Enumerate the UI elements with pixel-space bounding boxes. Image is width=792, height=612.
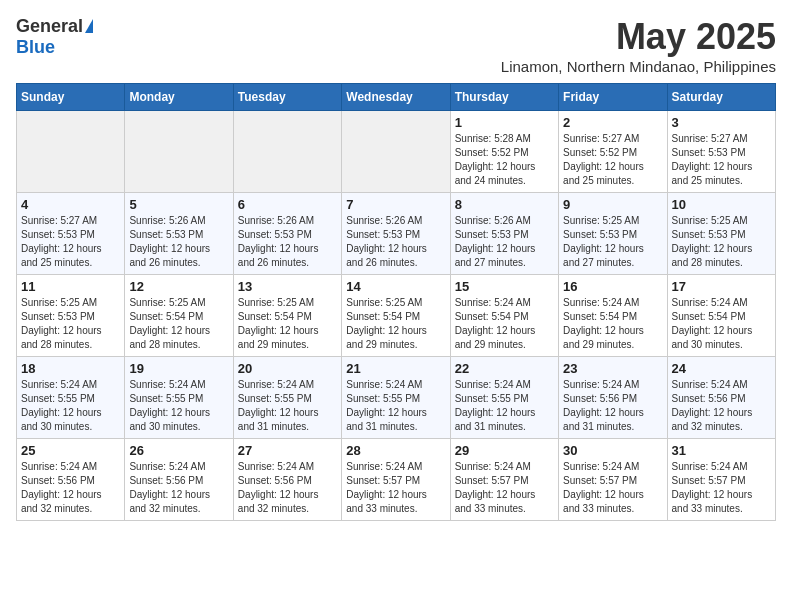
day-info: Sunrise: 5:24 AMSunset: 5:56 PMDaylight:… (672, 378, 771, 434)
day-number: 19 (129, 361, 228, 376)
day-info: Sunrise: 5:27 AMSunset: 5:53 PMDaylight:… (672, 132, 771, 188)
day-info: Sunrise: 5:25 AMSunset: 5:53 PMDaylight:… (21, 296, 120, 352)
calendar-day-cell: 2Sunrise: 5:27 AMSunset: 5:52 PMDaylight… (559, 111, 667, 193)
day-number: 25 (21, 443, 120, 458)
day-info: Sunrise: 5:24 AMSunset: 5:54 PMDaylight:… (563, 296, 662, 352)
day-number: 30 (563, 443, 662, 458)
calendar-day-cell: 27Sunrise: 5:24 AMSunset: 5:56 PMDayligh… (233, 439, 341, 521)
day-number: 21 (346, 361, 445, 376)
calendar-day-cell: 5Sunrise: 5:26 AMSunset: 5:53 PMDaylight… (125, 193, 233, 275)
page-header: General Blue May 2025 Linamon, Northern … (16, 16, 776, 75)
calendar-day-cell: 4Sunrise: 5:27 AMSunset: 5:53 PMDaylight… (17, 193, 125, 275)
calendar-day-cell: 12Sunrise: 5:25 AMSunset: 5:54 PMDayligh… (125, 275, 233, 357)
calendar-day-cell: 18Sunrise: 5:24 AMSunset: 5:55 PMDayligh… (17, 357, 125, 439)
day-info: Sunrise: 5:25 AMSunset: 5:54 PMDaylight:… (346, 296, 445, 352)
calendar-day-cell: 10Sunrise: 5:25 AMSunset: 5:53 PMDayligh… (667, 193, 775, 275)
day-number: 6 (238, 197, 337, 212)
day-number: 4 (21, 197, 120, 212)
calendar-day-cell: 24Sunrise: 5:24 AMSunset: 5:56 PMDayligh… (667, 357, 775, 439)
day-info: Sunrise: 5:24 AMSunset: 5:54 PMDaylight:… (672, 296, 771, 352)
logo: General Blue (16, 16, 93, 58)
day-info: Sunrise: 5:26 AMSunset: 5:53 PMDaylight:… (129, 214, 228, 270)
calendar-day-cell: 1Sunrise: 5:28 AMSunset: 5:52 PMDaylight… (450, 111, 558, 193)
calendar-day-cell: 31Sunrise: 5:24 AMSunset: 5:57 PMDayligh… (667, 439, 775, 521)
day-info: Sunrise: 5:25 AMSunset: 5:53 PMDaylight:… (563, 214, 662, 270)
day-info: Sunrise: 5:24 AMSunset: 5:57 PMDaylight:… (455, 460, 554, 516)
day-number: 11 (21, 279, 120, 294)
day-number: 20 (238, 361, 337, 376)
day-number: 28 (346, 443, 445, 458)
calendar-day-cell: 3Sunrise: 5:27 AMSunset: 5:53 PMDaylight… (667, 111, 775, 193)
calendar-day-header: Sunday (17, 84, 125, 111)
day-info: Sunrise: 5:24 AMSunset: 5:56 PMDaylight:… (129, 460, 228, 516)
calendar-day-header: Saturday (667, 84, 775, 111)
day-number: 17 (672, 279, 771, 294)
day-number: 15 (455, 279, 554, 294)
day-info: Sunrise: 5:26 AMSunset: 5:53 PMDaylight:… (238, 214, 337, 270)
calendar-day-cell (17, 111, 125, 193)
calendar-day-cell (342, 111, 450, 193)
day-info: Sunrise: 5:24 AMSunset: 5:57 PMDaylight:… (672, 460, 771, 516)
day-number: 3 (672, 115, 771, 130)
calendar-day-cell: 26Sunrise: 5:24 AMSunset: 5:56 PMDayligh… (125, 439, 233, 521)
calendar-day-cell: 21Sunrise: 5:24 AMSunset: 5:55 PMDayligh… (342, 357, 450, 439)
calendar-day-cell: 29Sunrise: 5:24 AMSunset: 5:57 PMDayligh… (450, 439, 558, 521)
calendar-day-cell: 30Sunrise: 5:24 AMSunset: 5:57 PMDayligh… (559, 439, 667, 521)
calendar-week-row: 11Sunrise: 5:25 AMSunset: 5:53 PMDayligh… (17, 275, 776, 357)
day-number: 26 (129, 443, 228, 458)
logo-general-text: General (16, 16, 83, 37)
day-number: 16 (563, 279, 662, 294)
day-info: Sunrise: 5:24 AMSunset: 5:55 PMDaylight:… (346, 378, 445, 434)
calendar-day-cell: 22Sunrise: 5:24 AMSunset: 5:55 PMDayligh… (450, 357, 558, 439)
month-year-title: May 2025 (501, 16, 776, 58)
day-number: 5 (129, 197, 228, 212)
day-info: Sunrise: 5:24 AMSunset: 5:55 PMDaylight:… (455, 378, 554, 434)
calendar-table: SundayMondayTuesdayWednesdayThursdayFrid… (16, 83, 776, 521)
location-subtitle: Linamon, Northern Mindanao, Philippines (501, 58, 776, 75)
calendar-day-cell: 11Sunrise: 5:25 AMSunset: 5:53 PMDayligh… (17, 275, 125, 357)
day-info: Sunrise: 5:24 AMSunset: 5:54 PMDaylight:… (455, 296, 554, 352)
calendar-header-row: SundayMondayTuesdayWednesdayThursdayFrid… (17, 84, 776, 111)
calendar-day-cell: 23Sunrise: 5:24 AMSunset: 5:56 PMDayligh… (559, 357, 667, 439)
calendar-day-cell (125, 111, 233, 193)
logo-blue-text: Blue (16, 37, 55, 58)
day-number: 10 (672, 197, 771, 212)
day-number: 31 (672, 443, 771, 458)
day-number: 1 (455, 115, 554, 130)
calendar-day-cell: 6Sunrise: 5:26 AMSunset: 5:53 PMDaylight… (233, 193, 341, 275)
day-info: Sunrise: 5:28 AMSunset: 5:52 PMDaylight:… (455, 132, 554, 188)
calendar-day-header: Tuesday (233, 84, 341, 111)
day-info: Sunrise: 5:24 AMSunset: 5:56 PMDaylight:… (563, 378, 662, 434)
day-info: Sunrise: 5:24 AMSunset: 5:56 PMDaylight:… (21, 460, 120, 516)
day-info: Sunrise: 5:24 AMSunset: 5:57 PMDaylight:… (346, 460, 445, 516)
day-info: Sunrise: 5:27 AMSunset: 5:53 PMDaylight:… (21, 214, 120, 270)
calendar-day-cell: 17Sunrise: 5:24 AMSunset: 5:54 PMDayligh… (667, 275, 775, 357)
day-number: 18 (21, 361, 120, 376)
day-number: 29 (455, 443, 554, 458)
day-number: 9 (563, 197, 662, 212)
calendar-day-cell: 9Sunrise: 5:25 AMSunset: 5:53 PMDaylight… (559, 193, 667, 275)
calendar-day-cell: 16Sunrise: 5:24 AMSunset: 5:54 PMDayligh… (559, 275, 667, 357)
day-number: 7 (346, 197, 445, 212)
day-number: 24 (672, 361, 771, 376)
day-number: 8 (455, 197, 554, 212)
day-info: Sunrise: 5:24 AMSunset: 5:57 PMDaylight:… (563, 460, 662, 516)
day-number: 2 (563, 115, 662, 130)
calendar-day-cell: 13Sunrise: 5:25 AMSunset: 5:54 PMDayligh… (233, 275, 341, 357)
calendar-day-header: Thursday (450, 84, 558, 111)
calendar-day-cell: 8Sunrise: 5:26 AMSunset: 5:53 PMDaylight… (450, 193, 558, 275)
calendar-day-cell (233, 111, 341, 193)
day-info: Sunrise: 5:25 AMSunset: 5:53 PMDaylight:… (672, 214, 771, 270)
calendar-week-row: 18Sunrise: 5:24 AMSunset: 5:55 PMDayligh… (17, 357, 776, 439)
day-number: 12 (129, 279, 228, 294)
day-info: Sunrise: 5:24 AMSunset: 5:55 PMDaylight:… (21, 378, 120, 434)
day-info: Sunrise: 5:26 AMSunset: 5:53 PMDaylight:… (455, 214, 554, 270)
day-info: Sunrise: 5:26 AMSunset: 5:53 PMDaylight:… (346, 214, 445, 270)
title-section: May 2025 Linamon, Northern Mindanao, Phi… (501, 16, 776, 75)
calendar-day-header: Wednesday (342, 84, 450, 111)
calendar-week-row: 25Sunrise: 5:24 AMSunset: 5:56 PMDayligh… (17, 439, 776, 521)
calendar-day-cell: 15Sunrise: 5:24 AMSunset: 5:54 PMDayligh… (450, 275, 558, 357)
calendar-day-header: Friday (559, 84, 667, 111)
day-number: 27 (238, 443, 337, 458)
calendar-week-row: 1Sunrise: 5:28 AMSunset: 5:52 PMDaylight… (17, 111, 776, 193)
